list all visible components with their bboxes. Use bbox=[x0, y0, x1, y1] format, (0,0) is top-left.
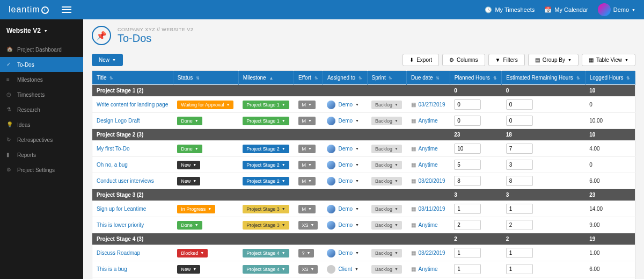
assignee-cell[interactable]: Demo ▼ bbox=[327, 161, 363, 169]
todo-title-link[interactable]: This is a bug bbox=[97, 266, 127, 272]
todo-title-link[interactable]: Write content for landing page bbox=[97, 102, 168, 108]
todo-title-link[interactable]: Discuss Roadmap bbox=[97, 250, 140, 256]
milestone-badge[interactable]: Project Stage 3 ▼ bbox=[243, 205, 289, 213]
due-date-cell[interactable]: ▦03/22/2019 bbox=[411, 250, 446, 256]
sidebar-item-retrospectives[interactable]: ↻Retrospectives bbox=[0, 132, 83, 147]
assignee-cell[interactable]: Client ▼ bbox=[327, 265, 363, 274]
due-date-cell[interactable]: ▦03/11/2019 bbox=[411, 206, 446, 212]
effort-badge[interactable]: M ▼ bbox=[298, 161, 316, 169]
sidebar-item-ideas[interactable]: 💡Ideas bbox=[0, 117, 83, 132]
assignee-cell[interactable]: Demo ▼ bbox=[327, 177, 363, 185]
due-date-cell[interactable]: ▦03/20/2019 bbox=[411, 178, 446, 184]
filters-button[interactable]: ▼Filters bbox=[488, 54, 525, 66]
status-badge[interactable]: New ▼ bbox=[177, 161, 200, 169]
sprint-badge[interactable]: Backlog ▼ bbox=[371, 101, 402, 109]
sidebar-item-research[interactable]: ⚗Research bbox=[0, 102, 83, 117]
sidebar-item-project-settings[interactable]: ⚙Project Settings bbox=[0, 162, 83, 177]
table-view-button[interactable]: ▦Table View ▼ bbox=[582, 54, 635, 66]
planned-hours-input[interactable] bbox=[454, 204, 481, 214]
columns-button[interactable]: ⚙Columns bbox=[442, 54, 485, 66]
todo-title-link[interactable]: Design Logo Draft bbox=[97, 118, 140, 124]
effort-badge[interactable]: XS ▼ bbox=[298, 265, 318, 274]
sidebar-item-timesheets[interactable]: ◷Timesheets bbox=[0, 87, 83, 102]
remaining-hours-input[interactable] bbox=[506, 176, 533, 186]
status-badge[interactable]: Waiting for Approval ▼ bbox=[177, 101, 233, 109]
due-date-cell[interactable]: ▦Anytime bbox=[411, 146, 446, 152]
sprint-badge[interactable]: Backlog ▼ bbox=[371, 117, 402, 125]
user-menu[interactable]: Demo▼ bbox=[598, 3, 635, 16]
effort-badge[interactable]: M ▼ bbox=[298, 177, 316, 185]
col-header[interactable]: Planned Hours ⇅ bbox=[450, 71, 502, 85]
todo-title-link[interactable]: My first To-Do bbox=[97, 146, 130, 152]
planned-hours-input[interactable] bbox=[454, 264, 481, 274]
assignee-cell[interactable]: Demo ▼ bbox=[327, 145, 363, 153]
planned-hours-input[interactable] bbox=[454, 116, 481, 126]
remaining-hours-input[interactable] bbox=[506, 204, 533, 214]
due-date-cell[interactable]: ▦Anytime bbox=[411, 162, 446, 168]
assignee-cell[interactable]: Demo ▼ bbox=[327, 205, 363, 213]
effort-badge[interactable]: ? ▼ bbox=[298, 249, 314, 257]
effort-badge[interactable]: M ▼ bbox=[298, 205, 316, 213]
sprint-badge[interactable]: Backlog ▼ bbox=[371, 161, 402, 169]
milestone-badge[interactable]: Project Stage 1 ▼ bbox=[243, 101, 289, 109]
milestone-badge[interactable]: Project Stage 4 ▼ bbox=[243, 249, 289, 257]
col-header[interactable]: Assigned to ⇅ bbox=[323, 71, 367, 85]
remaining-hours-input[interactable] bbox=[506, 144, 533, 154]
planned-hours-input[interactable] bbox=[454, 220, 481, 230]
status-badge[interactable]: Done ▼ bbox=[177, 117, 202, 125]
planned-hours-input[interactable] bbox=[454, 248, 481, 258]
assignee-cell[interactable]: Demo ▼ bbox=[327, 221, 363, 230]
remaining-hours-input[interactable] bbox=[506, 160, 533, 170]
remaining-hours-input[interactable] bbox=[506, 116, 533, 126]
milestone-badge[interactable]: Project Stage 3 ▼ bbox=[243, 221, 289, 230]
sprint-badge[interactable]: Backlog ▼ bbox=[371, 249, 402, 257]
hamburger-menu[interactable] bbox=[62, 5, 71, 15]
status-badge[interactable]: Done ▼ bbox=[177, 145, 202, 153]
remaining-hours-input[interactable] bbox=[506, 264, 533, 274]
status-badge[interactable]: Done ▼ bbox=[177, 221, 202, 230]
effort-badge[interactable]: XS ▼ bbox=[298, 221, 318, 230]
new-button[interactable]: New ▼ bbox=[92, 54, 123, 66]
due-date-cell[interactable]: ▦Anytime bbox=[411, 266, 446, 272]
remaining-hours-input[interactable] bbox=[506, 220, 533, 230]
group-by-button[interactable]: ▤Group By ▼ bbox=[528, 54, 579, 66]
due-date-cell[interactable]: ▦03/27/2019 bbox=[411, 102, 446, 108]
remaining-hours-input[interactable] bbox=[506, 99, 533, 110]
my-timesheets-link[interactable]: 🕓My Timesheets bbox=[485, 6, 535, 13]
planned-hours-input[interactable] bbox=[454, 99, 481, 110]
todo-title-link[interactable]: This is lower priority bbox=[97, 222, 144, 228]
assignee-cell[interactable]: Demo ▼ bbox=[327, 101, 363, 109]
todo-title-link[interactable]: Sign up for Leantime bbox=[97, 206, 146, 212]
sidebar-item-to-dos[interactable]: ✓To-Dos bbox=[0, 57, 83, 72]
export-button[interactable]: ⬇Export bbox=[402, 54, 439, 66]
sprint-badge[interactable]: Backlog ▼ bbox=[371, 265, 402, 274]
todo-title-link[interactable]: Conduct user interviews bbox=[97, 178, 154, 184]
remaining-hours-input[interactable] bbox=[506, 248, 533, 258]
effort-badge[interactable]: M ▼ bbox=[298, 145, 316, 153]
col-header[interactable]: Sprint ⇅ bbox=[367, 71, 406, 85]
status-badge[interactable]: In Progress ▼ bbox=[177, 205, 215, 213]
milestone-badge[interactable]: Project Stage 2 ▼ bbox=[243, 161, 289, 169]
col-header[interactable]: Status ⇅ bbox=[173, 71, 238, 85]
milestone-badge[interactable]: Project Stage 2 ▼ bbox=[243, 177, 289, 185]
col-header[interactable]: Due date ⇅ bbox=[407, 71, 450, 85]
sidebar-item-project-dashboard[interactable]: 🏠Project Dashboard bbox=[0, 42, 83, 57]
milestone-badge[interactable]: Project Stage 4 ▼ bbox=[243, 265, 289, 274]
planned-hours-input[interactable] bbox=[454, 176, 481, 186]
status-badge[interactable]: Blocked ▼ bbox=[177, 249, 208, 257]
sidebar-item-milestones[interactable]: ≡Milestones bbox=[0, 72, 83, 87]
effort-badge[interactable]: M ▼ bbox=[298, 101, 316, 109]
planned-hours-input[interactable] bbox=[454, 160, 481, 170]
sprint-badge[interactable]: Backlog ▼ bbox=[371, 145, 402, 153]
project-selector[interactable]: Website V2▼ bbox=[0, 19, 83, 42]
due-date-cell[interactable]: ▦Anytime bbox=[411, 222, 446, 228]
assignee-cell[interactable]: Demo ▼ bbox=[327, 249, 363, 257]
effort-badge[interactable]: M ▼ bbox=[298, 117, 316, 125]
sprint-badge[interactable]: Backlog ▼ bbox=[371, 205, 402, 213]
col-header[interactable]: Title ⇅ bbox=[92, 71, 173, 85]
col-header[interactable]: Milestone ▲ bbox=[238, 71, 294, 85]
due-date-cell[interactable]: ▦Anytime bbox=[411, 118, 446, 124]
todo-title-link[interactable]: Oh no, a bug bbox=[97, 162, 128, 168]
milestone-badge[interactable]: Project Stage 1 ▼ bbox=[243, 117, 289, 125]
col-header[interactable]: Effort ⇅ bbox=[294, 71, 323, 85]
